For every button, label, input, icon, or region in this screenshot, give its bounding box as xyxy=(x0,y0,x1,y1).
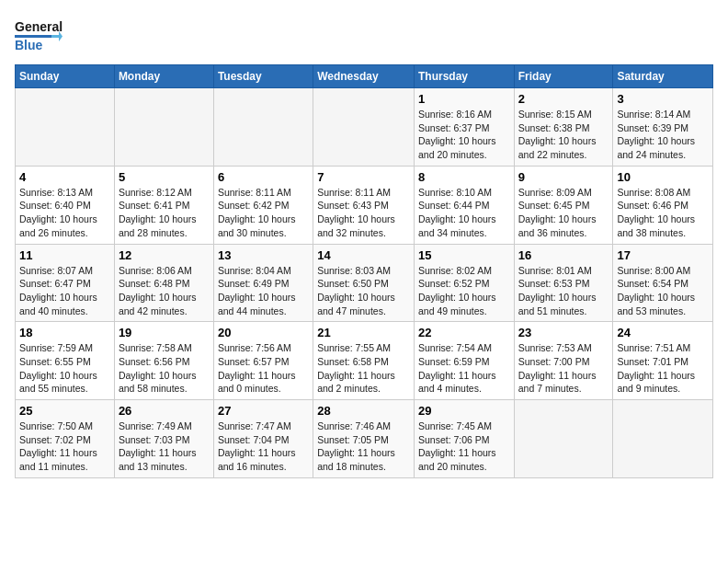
weekday-header-wednesday: Wednesday xyxy=(313,65,415,88)
day-number: 14 xyxy=(317,248,410,262)
calendar-cell: 16Sunrise: 8:01 AM Sunset: 6:53 PM Dayli… xyxy=(514,244,613,322)
weekday-header-monday: Monday xyxy=(114,65,213,88)
day-info: Sunrise: 7:54 AM Sunset: 6:59 PM Dayligh… xyxy=(418,341,510,396)
day-info: Sunrise: 7:53 AM Sunset: 7:00 PM Dayligh… xyxy=(518,341,609,396)
day-info: Sunrise: 8:15 AM Sunset: 6:38 PM Dayligh… xyxy=(518,108,609,162)
calendar-cell: 5Sunrise: 8:12 AM Sunset: 6:41 PM Daylig… xyxy=(114,166,213,244)
day-info: Sunrise: 8:01 AM Sunset: 6:53 PM Dayligh… xyxy=(518,264,609,318)
day-info: Sunrise: 8:07 AM Sunset: 6:47 PM Dayligh… xyxy=(19,264,110,318)
weekday-header-saturday: Saturday xyxy=(613,65,713,88)
calendar-cell: 3Sunrise: 8:14 AM Sunset: 6:39 PM Daylig… xyxy=(613,88,713,167)
day-info: Sunrise: 7:55 AM Sunset: 6:58 PM Dayligh… xyxy=(317,341,410,396)
logo: General Blue xyxy=(15,15,64,57)
day-number: 18 xyxy=(19,326,110,339)
calendar-cell: 22Sunrise: 7:54 AM Sunset: 6:59 PM Dayli… xyxy=(414,322,514,400)
day-info: Sunrise: 8:00 AM Sunset: 6:54 PM Dayligh… xyxy=(617,264,709,318)
calendar-cell xyxy=(514,400,613,478)
calendar-cell: 13Sunrise: 8:04 AM Sunset: 6:49 PM Dayli… xyxy=(213,244,313,322)
day-info: Sunrise: 8:10 AM Sunset: 6:44 PM Dayligh… xyxy=(418,186,510,240)
day-info: Sunrise: 8:11 AM Sunset: 6:43 PM Dayligh… xyxy=(317,186,410,240)
day-number: 5 xyxy=(119,170,210,184)
day-info: Sunrise: 7:45 AM Sunset: 7:06 PM Dayligh… xyxy=(418,419,510,474)
day-info: Sunrise: 7:56 AM Sunset: 6:57 PM Dayligh… xyxy=(218,341,309,396)
day-number: 12 xyxy=(119,248,210,262)
calendar-cell: 11Sunrise: 8:07 AM Sunset: 6:47 PM Dayli… xyxy=(16,244,115,322)
day-info: Sunrise: 8:12 AM Sunset: 6:41 PM Dayligh… xyxy=(119,186,210,240)
weekday-header-sunday: Sunday xyxy=(16,65,115,88)
day-number: 28 xyxy=(317,404,410,418)
day-number: 23 xyxy=(518,326,609,339)
svg-text:General: General xyxy=(15,19,63,34)
day-number: 7 xyxy=(317,170,410,184)
day-number: 25 xyxy=(19,404,110,418)
day-number: 21 xyxy=(317,326,410,339)
day-info: Sunrise: 8:08 AM Sunset: 6:46 PM Dayligh… xyxy=(617,186,709,240)
day-number: 27 xyxy=(218,404,309,418)
day-number: 13 xyxy=(218,248,309,262)
day-number: 8 xyxy=(418,170,510,184)
calendar-cell: 12Sunrise: 8:06 AM Sunset: 6:48 PM Dayli… xyxy=(114,244,213,322)
day-info: Sunrise: 7:51 AM Sunset: 7:01 PM Dayligh… xyxy=(617,341,709,396)
day-number: 1 xyxy=(418,92,510,106)
calendar-cell: 4Sunrise: 8:13 AM Sunset: 6:40 PM Daylig… xyxy=(16,166,115,244)
calendar-cell: 20Sunrise: 7:56 AM Sunset: 6:57 PM Dayli… xyxy=(213,322,313,400)
day-number: 20 xyxy=(218,326,309,339)
calendar-cell: 2Sunrise: 8:15 AM Sunset: 6:38 PM Daylig… xyxy=(514,88,613,167)
calendar-cell xyxy=(313,88,415,167)
day-number: 24 xyxy=(617,326,709,339)
calendar-cell: 24Sunrise: 7:51 AM Sunset: 7:01 PM Dayli… xyxy=(613,322,713,400)
calendar-cell: 7Sunrise: 8:11 AM Sunset: 6:43 PM Daylig… xyxy=(313,166,415,244)
calendar-cell xyxy=(16,88,115,167)
calendar-cell xyxy=(213,88,313,167)
day-number: 2 xyxy=(518,92,609,106)
day-info: Sunrise: 8:06 AM Sunset: 6:48 PM Dayligh… xyxy=(119,264,210,318)
calendar-cell: 26Sunrise: 7:49 AM Sunset: 7:03 PM Dayli… xyxy=(114,400,213,478)
day-info: Sunrise: 8:14 AM Sunset: 6:39 PM Dayligh… xyxy=(617,108,709,162)
day-info: Sunrise: 8:04 AM Sunset: 6:49 PM Dayligh… xyxy=(218,264,309,318)
day-info: Sunrise: 7:59 AM Sunset: 6:55 PM Dayligh… xyxy=(19,341,110,396)
svg-text:Blue: Blue xyxy=(15,38,43,52)
day-number: 17 xyxy=(617,248,709,262)
calendar-cell: 19Sunrise: 7:58 AM Sunset: 6:56 PM Dayli… xyxy=(114,322,213,400)
day-info: Sunrise: 8:09 AM Sunset: 6:45 PM Dayligh… xyxy=(518,186,609,240)
day-info: Sunrise: 8:16 AM Sunset: 6:37 PM Dayligh… xyxy=(418,108,510,162)
calendar-cell: 18Sunrise: 7:59 AM Sunset: 6:55 PM Dayli… xyxy=(16,322,115,400)
day-number: 26 xyxy=(119,404,210,418)
day-number: 11 xyxy=(19,248,110,262)
calendar-cell: 1Sunrise: 8:16 AM Sunset: 6:37 PM Daylig… xyxy=(414,88,514,167)
day-info: Sunrise: 7:58 AM Sunset: 6:56 PM Dayligh… xyxy=(119,341,210,396)
day-number: 10 xyxy=(617,170,709,184)
day-number: 9 xyxy=(518,170,609,184)
day-info: Sunrise: 7:49 AM Sunset: 7:03 PM Dayligh… xyxy=(119,419,210,474)
day-info: Sunrise: 7:50 AM Sunset: 7:02 PM Dayligh… xyxy=(19,419,110,474)
logo-icon: General Blue xyxy=(15,15,63,53)
day-number: 3 xyxy=(617,92,709,106)
calendar-cell: 28Sunrise: 7:46 AM Sunset: 7:05 PM Dayli… xyxy=(313,400,415,478)
day-info: Sunrise: 8:11 AM Sunset: 6:42 PM Dayligh… xyxy=(218,186,309,240)
day-info: Sunrise: 8:03 AM Sunset: 6:50 PM Dayligh… xyxy=(317,264,410,318)
calendar-cell xyxy=(613,400,713,478)
weekday-header-tuesday: Tuesday xyxy=(213,65,313,88)
weekday-header-friday: Friday xyxy=(514,65,613,88)
calendar-table: SundayMondayTuesdayWednesdayThursdayFrid… xyxy=(15,64,713,478)
day-number: 22 xyxy=(418,326,510,339)
day-number: 16 xyxy=(518,248,609,262)
calendar-cell: 17Sunrise: 8:00 AM Sunset: 6:54 PM Dayli… xyxy=(613,244,713,322)
day-number: 19 xyxy=(119,326,210,339)
calendar-cell: 15Sunrise: 8:02 AM Sunset: 6:52 PM Dayli… xyxy=(414,244,514,322)
calendar-cell: 21Sunrise: 7:55 AM Sunset: 6:58 PM Dayli… xyxy=(313,322,415,400)
calendar-cell: 27Sunrise: 7:47 AM Sunset: 7:04 PM Dayli… xyxy=(213,400,313,478)
calendar-cell: 25Sunrise: 7:50 AM Sunset: 7:02 PM Dayli… xyxy=(16,400,115,478)
day-info: Sunrise: 7:46 AM Sunset: 7:05 PM Dayligh… xyxy=(317,419,410,474)
calendar-cell: 6Sunrise: 8:11 AM Sunset: 6:42 PM Daylig… xyxy=(213,166,313,244)
calendar-cell: 29Sunrise: 7:45 AM Sunset: 7:06 PM Dayli… xyxy=(414,400,514,478)
day-number: 6 xyxy=(218,170,309,184)
calendar-cell: 9Sunrise: 8:09 AM Sunset: 6:45 PM Daylig… xyxy=(514,166,613,244)
day-number: 15 xyxy=(418,248,510,262)
weekday-header-thursday: Thursday xyxy=(414,65,514,88)
calendar-cell xyxy=(114,88,213,167)
day-number: 4 xyxy=(19,170,110,184)
day-info: Sunrise: 8:02 AM Sunset: 6:52 PM Dayligh… xyxy=(418,264,510,318)
day-info: Sunrise: 8:13 AM Sunset: 6:40 PM Dayligh… xyxy=(19,186,110,240)
day-number: 29 xyxy=(418,404,510,418)
